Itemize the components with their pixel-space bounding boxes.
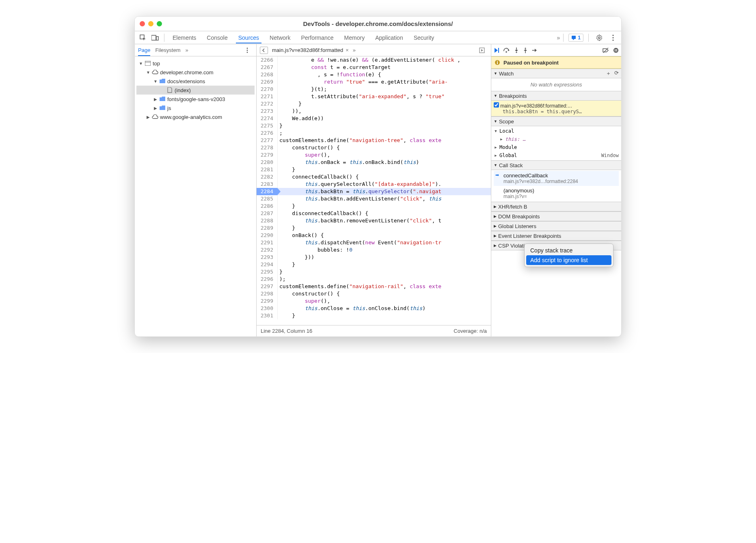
editor-tabs: main.js?v=e382d86f:formatted × » bbox=[257, 44, 491, 56]
kebab-menu-icon[interactable] bbox=[607, 32, 619, 43]
watch-header[interactable]: ▼Watch ＋ ⟳ bbox=[491, 69, 621, 78]
step-over-icon[interactable] bbox=[503, 47, 510, 53]
svg-rect-22 bbox=[616, 49, 617, 52]
tree-item[interactable]: ▶www.google-analytics.com bbox=[136, 112, 255, 121]
devtools-window: DevTools - developer.chrome.com/docs/ext… bbox=[134, 16, 622, 337]
main-toolbar: ElementsConsoleSourcesNetworkPerformance… bbox=[135, 31, 621, 44]
close-tab-icon[interactable]: × bbox=[346, 47, 349, 53]
call-frame[interactable]: (anonymous)main.js?v= bbox=[494, 186, 619, 201]
debugger-toolbar bbox=[491, 44, 621, 56]
cursor-position: Line 2284, Column 16 bbox=[261, 328, 312, 334]
svg-point-20 bbox=[613, 48, 618, 53]
tab-security[interactable]: Security bbox=[411, 32, 437, 43]
issues-badge[interactable]: 1 bbox=[568, 34, 583, 42]
debugger-panel: Paused on breakpoint ▼Watch ＋ ⟳ No watch… bbox=[491, 44, 621, 336]
context-item[interactable]: Add script to ignore list bbox=[526, 255, 611, 265]
titlebar: DevTools - developer.chrome.com/docs/ext… bbox=[135, 17, 621, 31]
navigator-tabs: Page Filesystem » bbox=[135, 44, 256, 56]
svg-rect-25 bbox=[497, 61, 498, 62]
code-editor[interactable]: 2266 e && !we.nas(e) && (e.addEventListe… bbox=[257, 56, 491, 325]
settings-gear-icon[interactable] bbox=[594, 32, 605, 43]
step-icon[interactable] bbox=[532, 47, 538, 53]
refresh-watch-icon[interactable]: ⟳ bbox=[614, 70, 619, 77]
scope-row[interactable]: ▶GlobalWindow bbox=[494, 151, 619, 159]
svg-rect-24 bbox=[497, 62, 498, 64]
navigator-kebab-icon[interactable] bbox=[242, 45, 253, 56]
svg-rect-3 bbox=[572, 36, 576, 39]
watch-empty: No watch expressions bbox=[491, 78, 621, 91]
breakpoint-item[interactable]: main.js?v=e382d86f:formatted:… this.back… bbox=[491, 101, 621, 116]
paused-banner: Paused on breakpoint bbox=[491, 56, 621, 69]
breakpoints-header[interactable]: ▼Breakpoints bbox=[491, 91, 621, 101]
editor-statusbar: Line 2284, Column 16 Coverage: n/a bbox=[257, 325, 491, 336]
run-snippet-icon[interactable] bbox=[476, 45, 488, 56]
svg-rect-1 bbox=[151, 35, 156, 40]
svg-point-6 bbox=[612, 37, 613, 38]
svg-rect-21 bbox=[615, 49, 616, 52]
more-editor-tabs-icon[interactable]: » bbox=[353, 47, 356, 53]
pause-exceptions-icon[interactable] bbox=[613, 47, 619, 53]
tab-page[interactable]: Page bbox=[138, 44, 150, 56]
step-into-icon[interactable] bbox=[514, 47, 519, 53]
tree-item[interactable]: ▼developer.chrome.com bbox=[136, 68, 255, 77]
scope-row[interactable]: ▶Module bbox=[494, 143, 619, 151]
more-tabs-icon[interactable]: » bbox=[557, 34, 560, 41]
editor-panel: main.js?v=e382d86f:formatted × » 2266 e … bbox=[257, 44, 491, 336]
tree-item[interactable]: ▶fonts/google-sans-v2003 bbox=[136, 95, 255, 103]
scope-row[interactable]: ▶this: … bbox=[494, 135, 619, 143]
callstack-body: connectedCallbackmain.js?v=e382d…formatt… bbox=[491, 170, 621, 202]
tab-filesystem[interactable]: Filesystem bbox=[155, 44, 180, 56]
context-menu: Copy stack traceAdd script to ignore lis… bbox=[524, 243, 613, 267]
file-tree: ▼top▼developer.chrome.com▼docs/extension… bbox=[135, 56, 256, 124]
svg-point-7 bbox=[612, 39, 613, 41]
tree-item[interactable]: ▼top bbox=[136, 59, 255, 68]
inspect-element-icon[interactable] bbox=[137, 32, 149, 43]
tree-item[interactable]: ▶js bbox=[136, 103, 255, 112]
device-toolbar-icon[interactable] bbox=[149, 32, 161, 43]
scope-header[interactable]: ▼Scope bbox=[491, 116, 621, 126]
breakpoint-checkbox[interactable] bbox=[494, 102, 499, 108]
editor-tab-label: main.js?v=e382d86f:formatted bbox=[272, 47, 343, 53]
svg-point-8 bbox=[247, 47, 248, 49]
tab-elements[interactable]: Elements bbox=[170, 32, 199, 43]
svg-point-18 bbox=[532, 50, 533, 51]
callstack-header[interactable]: ▼Call Stack bbox=[491, 160, 621, 170]
paused-message: Paused on breakpoint bbox=[503, 60, 559, 66]
tab-application[interactable]: Application bbox=[373, 32, 406, 43]
window-title: DevTools - developer.chrome.com/docs/ext… bbox=[135, 20, 621, 27]
scope-body: ▼Local▶this: …▶Module▶GlobalWindow bbox=[491, 126, 621, 160]
tree-item[interactable]: ▼docs/extensions bbox=[136, 77, 255, 86]
svg-point-15 bbox=[505, 51, 507, 53]
tab-sources[interactable]: Sources bbox=[236, 32, 261, 43]
resume-icon[interactable] bbox=[494, 47, 499, 53]
tab-network[interactable]: Network bbox=[267, 32, 293, 43]
section-dom-breakpoints[interactable]: ▶DOM Breakpoints bbox=[491, 211, 621, 221]
deactivate-breakpoints-icon[interactable] bbox=[603, 47, 609, 53]
svg-point-9 bbox=[247, 50, 248, 51]
breakpoint-label: main.js?v=e382d86f:formatted:… bbox=[500, 103, 572, 109]
svg-rect-2 bbox=[156, 37, 158, 40]
tab-console[interactable]: Console bbox=[204, 32, 230, 43]
section-xhr-fetch-b[interactable]: ▶XHR/fetch B bbox=[491, 202, 621, 211]
add-watch-icon[interactable]: ＋ bbox=[606, 70, 611, 77]
svg-point-5 bbox=[612, 34, 613, 36]
tab-performance[interactable]: Performance bbox=[298, 32, 336, 43]
tree-item[interactable]: (index) bbox=[136, 86, 255, 95]
more-navigator-tabs-icon[interactable]: » bbox=[186, 47, 188, 53]
info-icon bbox=[495, 60, 500, 65]
tab-memory[interactable]: Memory bbox=[342, 32, 367, 43]
section-event-listener-breakpoints[interactable]: ▶Event Listener Breakpoints bbox=[491, 231, 621, 241]
call-frame[interactable]: connectedCallbackmain.js?v=e382d…formatt… bbox=[494, 171, 619, 186]
svg-rect-11 bbox=[145, 61, 151, 66]
editor-tab[interactable]: main.js?v=e382d86f:formatted × bbox=[272, 47, 349, 53]
svg-point-17 bbox=[525, 47, 526, 49]
scope-row[interactable]: ▼Local bbox=[494, 127, 619, 135]
context-item[interactable]: Copy stack trace bbox=[526, 246, 611, 255]
nav-back-icon[interactable] bbox=[260, 47, 268, 54]
step-out-icon[interactable] bbox=[523, 47, 528, 53]
coverage-status: Coverage: n/a bbox=[454, 328, 487, 334]
svg-rect-14 bbox=[498, 48, 499, 53]
issues-count: 1 bbox=[578, 35, 581, 41]
section-global-listeners[interactable]: ▶Global Listeners bbox=[491, 221, 621, 231]
svg-point-10 bbox=[247, 52, 248, 53]
